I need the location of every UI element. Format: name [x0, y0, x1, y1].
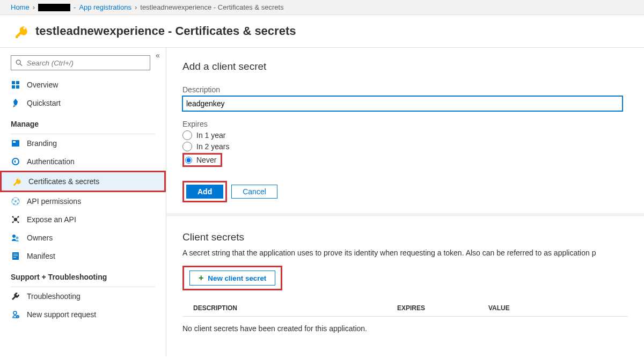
- breadcrumb-current: testleadnewexperience - Certificates & s…: [140, 3, 283, 11]
- sidebar-item-owners[interactable]: Owners: [0, 229, 166, 247]
- manifest-icon: [11, 251, 20, 261]
- sidebar-item-new-support-request[interactable]: + New support request: [0, 305, 166, 324]
- svg-point-12: [18, 199, 19, 201]
- sidebar-item-label: Manifest: [27, 252, 55, 260]
- svg-rect-5: [16, 85, 19, 89]
- expires-never-radio[interactable]: [185, 157, 192, 164]
- main-content: Add a client secret Description Expires …: [166, 48, 644, 356]
- svg-rect-28: [13, 255, 18, 256]
- client-secrets-section: Client secrets A secret string that the …: [166, 216, 644, 355]
- expires-option-label: Never: [196, 156, 216, 164]
- svg-point-30: [13, 311, 17, 315]
- sidebar-item-label: New support request: [27, 310, 96, 319]
- search-icon: [16, 59, 23, 67]
- cancel-button[interactable]: Cancel: [231, 185, 277, 199]
- chevron-right-icon: ›: [135, 3, 137, 11]
- sidebar-item-label: Branding: [27, 139, 57, 148]
- page-header: testleadnewexperience - Certificates & s…: [0, 15, 644, 48]
- svg-rect-4: [12, 85, 15, 89]
- svg-line-1: [20, 64, 22, 66]
- sidebar-item-authentication[interactable]: Authentication: [0, 152, 166, 171]
- section-heading-manage: Manage: [0, 112, 166, 131]
- svg-point-10: [14, 200, 17, 202]
- sidebar-item-label: Quickstart: [27, 99, 61, 107]
- search-input[interactable]: [27, 59, 145, 67]
- svg-rect-2: [12, 81, 15, 84]
- svg-point-13: [13, 203, 15, 205]
- expose-api-icon: [11, 215, 20, 224]
- section-heading-support: Support + Troubleshooting: [0, 265, 166, 284]
- description-label: Description: [182, 85, 628, 94]
- breadcrumb-appreg[interactable]: App registrations: [79, 3, 131, 11]
- sidebar-item-label: Authentication: [27, 157, 75, 166]
- sidebar-item-label: Owners: [27, 233, 53, 242]
- client-secrets-title: Client secrets: [182, 231, 628, 243]
- wrench-icon: [11, 291, 20, 301]
- description-input[interactable]: [182, 96, 623, 111]
- new-client-secret-button[interactable]: + New client secret: [189, 271, 275, 286]
- column-expires: EXPIRES: [397, 304, 488, 312]
- owners-icon: [11, 233, 20, 243]
- column-value: VALUE: [488, 304, 510, 312]
- client-secrets-description: A secret string that the application use…: [182, 249, 628, 257]
- breadcrumb-home[interactable]: Home: [11, 3, 30, 11]
- page-title: testleadnewexperience - Certificates & s…: [35, 24, 296, 38]
- add-client-secret-form: Add a client secret Description Expires …: [166, 48, 644, 216]
- form-title: Add a client secret: [182, 61, 628, 72]
- svg-rect-29: [13, 257, 16, 258]
- svg-rect-7: [13, 141, 16, 143]
- sidebar-item-api-permissions[interactable]: API permissions: [0, 192, 166, 210]
- sidebar-item-label: Certificates & secrets: [28, 177, 99, 186]
- key-icon: [14, 24, 29, 39]
- svg-rect-6: [12, 140, 19, 147]
- sidebar-item-overview[interactable]: Overview: [0, 76, 166, 94]
- svg-rect-27: [13, 254, 18, 254]
- expires-1year-radio[interactable]: [182, 130, 192, 140]
- add-button[interactable]: Add: [186, 185, 223, 199]
- branding-icon: [11, 138, 20, 148]
- authentication-icon: [11, 157, 20, 166]
- expires-label: Expires: [182, 120, 628, 128]
- svg-rect-3: [16, 81, 19, 84]
- svg-point-0: [16, 60, 20, 64]
- overview-icon: [11, 80, 20, 90]
- column-description: DESCRIPTION: [193, 304, 397, 312]
- expires-option-label: In 1 year: [196, 131, 225, 140]
- redacted-segment: [38, 4, 70, 11]
- sidebar-item-label: API permissions: [27, 197, 81, 206]
- search-box[interactable]: [11, 55, 150, 70]
- key-icon: [12, 177, 22, 186]
- svg-point-14: [17, 203, 19, 204]
- expires-2years-radio[interactable]: [182, 142, 192, 151]
- sidebar-item-branding[interactable]: Branding: [0, 134, 166, 152]
- secrets-empty-state: No client secrets have been created for …: [182, 317, 628, 340]
- sidebar-item-expose-api[interactable]: Expose an API: [0, 210, 166, 229]
- svg-point-25: [16, 237, 19, 239]
- secrets-table-header: DESCRIPTION EXPIRES VALUE: [182, 300, 628, 317]
- chevron-right-icon: ›: [33, 3, 35, 11]
- sidebar-item-manifest[interactable]: Manifest: [0, 247, 166, 265]
- expires-option-label: In 2 years: [196, 142, 229, 151]
- sidebar-item-certificates-secrets[interactable]: Certificates & secrets: [0, 171, 166, 192]
- sidebar-item-quickstart[interactable]: Quickstart: [0, 94, 166, 112]
- support-icon: +: [11, 310, 20, 319]
- breadcrumb: Home › - App registrations › testleadnew…: [0, 0, 644, 15]
- sidebar: « Overview Quickstart Manage Branding Au…: [0, 48, 166, 356]
- api-permissions-icon: [11, 196, 20, 206]
- collapse-icon[interactable]: «: [156, 51, 160, 60]
- plus-icon: +: [199, 273, 203, 283]
- sidebar-item-label: Troubleshooting: [27, 292, 80, 301]
- sidebar-item-label: Overview: [27, 81, 58, 89]
- svg-text:+: +: [17, 315, 19, 318]
- sidebar-item-troubleshooting[interactable]: Troubleshooting: [0, 287, 166, 305]
- svg-point-24: [12, 235, 16, 238]
- new-client-secret-label: New client secret: [208, 274, 266, 282]
- svg-point-11: [12, 199, 14, 201]
- rocket-icon: [11, 98, 20, 108]
- sidebar-item-label: Expose an API: [27, 215, 76, 224]
